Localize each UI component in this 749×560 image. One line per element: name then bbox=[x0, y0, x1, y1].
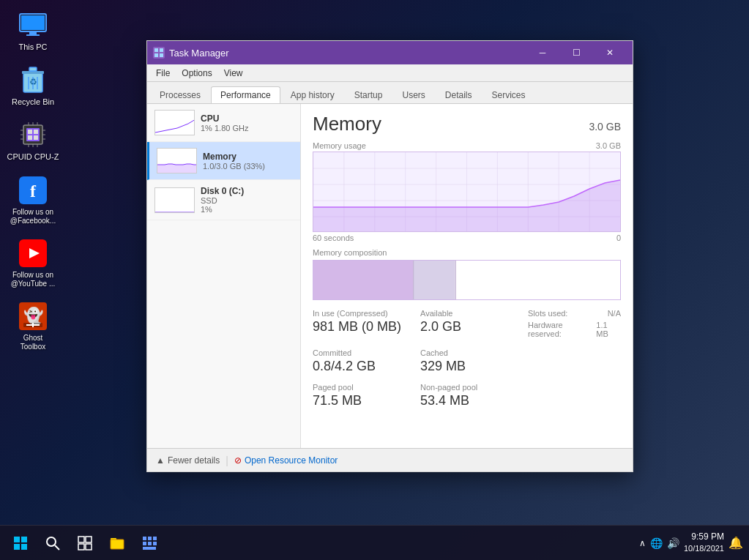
start-button[interactable] bbox=[6, 529, 35, 558]
open-resource-monitor-button[interactable]: ⊘ Open Resource Monitor bbox=[234, 455, 338, 466]
task-view-button[interactable] bbox=[70, 529, 100, 558]
ghost-toolbox-label: GhostToolbox bbox=[21, 334, 45, 351]
svg-rect-15 bbox=[28, 135, 32, 140]
available-label: Available bbox=[420, 309, 513, 318]
tab-bar: Processes Performance App history Startu… bbox=[147, 82, 633, 104]
svg-rect-40 bbox=[154, 53, 158, 57]
disk-detail1: SSD bbox=[201, 196, 293, 205]
usage-label: Memory usage bbox=[313, 141, 366, 150]
fewer-details-label: Fewer details bbox=[168, 455, 220, 466]
svg-rect-6 bbox=[29, 67, 37, 71]
taskbar-clock[interactable]: 9:59 PM 10/18/2021 bbox=[684, 531, 724, 554]
svg-rect-79 bbox=[143, 537, 146, 540]
desktop-icon-youtube[interactable]: Follow us on@YouTube ... bbox=[4, 236, 62, 291]
chart-time-label: 60 seconds 0 bbox=[313, 234, 621, 242]
tab-users[interactable]: Users bbox=[392, 86, 434, 103]
volume-icon[interactable]: 🔊 bbox=[667, 537, 679, 549]
svg-rect-62 bbox=[413, 261, 455, 300]
chart-label-row: Memory usage 3.0 GB bbox=[313, 141, 621, 150]
menu-options[interactable]: Options bbox=[176, 67, 217, 80]
memory-name: Memory bbox=[203, 152, 293, 162]
memory-detail: 1.0/3.0 GB (33%) bbox=[203, 162, 293, 171]
close-button[interactable]: ✕ bbox=[593, 41, 627, 64]
taskmanager-taskbar-button[interactable] bbox=[135, 529, 164, 558]
tab-services[interactable]: Services bbox=[482, 86, 535, 103]
minimize-button[interactable]: ─ bbox=[526, 41, 559, 64]
svg-text:👻: 👻 bbox=[23, 306, 44, 326]
memory-header: Memory 3.0 GB bbox=[313, 113, 621, 135]
notification-icon[interactable]: 🔔 bbox=[728, 536, 743, 550]
stats-grid: In use (Compressed) 981 MB (0 MB) Availa… bbox=[313, 309, 621, 408]
desktop-icon-this-pc[interactable]: This PC bbox=[4, 7, 62, 55]
svg-rect-84 bbox=[153, 542, 157, 545]
stat-paged-pool: Paged pool 71.5 MB bbox=[313, 383, 406, 408]
hardware-reserved-value: 1.1 MB bbox=[596, 321, 621, 338]
facebook-label: Follow us on@Facebook... bbox=[10, 208, 56, 225]
perf-item-disk[interactable]: Disk 0 (C:) SSD 1% bbox=[147, 180, 300, 220]
paged-pool-value: 71.5 MB bbox=[313, 393, 406, 408]
chevron-up-icon: ▲ bbox=[156, 455, 165, 466]
title-bar-text: Task Manager bbox=[169, 48, 229, 59]
svg-rect-2 bbox=[29, 31, 37, 34]
usage-max: 3.0 GB bbox=[596, 141, 621, 150]
svg-text:♻: ♻ bbox=[29, 77, 37, 87]
maximize-button[interactable]: ☐ bbox=[559, 41, 593, 64]
slots-used-value: N/A bbox=[608, 309, 621, 318]
taskbar-time: 9:59 PM bbox=[684, 531, 724, 543]
perf-item-cpu[interactable]: CPU 1% 1.80 GHz bbox=[147, 104, 300, 142]
chevron-up-icon-tray[interactable]: ∧ bbox=[639, 538, 646, 548]
available-value: 2.0 GB bbox=[420, 319, 513, 335]
desktop-icon-ghost-toolbox[interactable]: 👻 GhostToolbox bbox=[4, 299, 62, 354]
desktop-icon-facebook[interactable]: f Follow us on@Facebook... bbox=[4, 173, 62, 228]
tab-app-history[interactable]: App history bbox=[281, 86, 344, 103]
recycle-bin-label: Recycle Bin bbox=[12, 97, 54, 107]
title-bar-controls: ─ ☐ ✕ bbox=[526, 41, 627, 64]
tab-details[interactable]: Details bbox=[436, 86, 482, 103]
cpu-mini-chart bbox=[154, 110, 195, 135]
svg-rect-1 bbox=[21, 15, 45, 30]
in-use-label: In use (Compressed) bbox=[313, 309, 406, 318]
desktop-icons: This PC ♻ Recycle Bin bbox=[0, 0, 66, 362]
cached-value: 329 MB bbox=[420, 359, 513, 374]
network-icon[interactable]: 🌐 bbox=[650, 537, 663, 549]
svg-rect-66 bbox=[14, 537, 20, 542]
fewer-details-button[interactable]: ▲ Fewer details bbox=[156, 455, 220, 466]
desktop-icon-recycle-bin[interactable]: ♻ Recycle Bin bbox=[4, 62, 62, 110]
chart-time-end: 0 bbox=[616, 234, 621, 242]
non-paged-pool-label: Non-paged pool bbox=[420, 383, 513, 392]
svg-rect-38 bbox=[154, 48, 158, 52]
svg-rect-39 bbox=[160, 48, 163, 52]
chart-time-start: 60 seconds bbox=[313, 234, 354, 242]
disk-mini-chart bbox=[154, 187, 195, 213]
left-panel: CPU 1% 1.80 GHz Memory 1.0/3.0 GB (33%) bbox=[147, 104, 301, 448]
stat-available: Available 2.0 GB bbox=[420, 309, 513, 340]
svg-rect-61 bbox=[313, 261, 413, 300]
svg-rect-74 bbox=[78, 544, 84, 550]
svg-rect-68 bbox=[14, 544, 20, 550]
recycle-bin-icon: ♻ bbox=[18, 65, 48, 94]
perf-item-memory[interactable]: Memory 1.0/3.0 GB (33%) bbox=[147, 142, 300, 180]
file-explorer-button[interactable] bbox=[103, 529, 132, 558]
youtube-icon bbox=[18, 239, 48, 268]
committed-value: 0.8/4.2 GB bbox=[313, 359, 406, 374]
taskbar-right: ∧ 🌐 🔊 9:59 PM 10/18/2021 🔔 bbox=[639, 531, 743, 554]
menu-view[interactable]: View bbox=[218, 67, 249, 80]
footer: ▲ Fewer details | ⊘ Open Resource Monito… bbox=[147, 448, 633, 471]
task-manager-window: Task Manager ─ ☐ ✕ File Options View Pro… bbox=[146, 40, 633, 472]
svg-rect-82 bbox=[143, 542, 146, 545]
chart-section: Memory usage 3.0 GB bbox=[313, 141, 621, 242]
svg-rect-67 bbox=[21, 537, 27, 542]
svg-rect-83 bbox=[148, 542, 152, 545]
tab-startup[interactable]: Startup bbox=[345, 86, 392, 103]
svg-rect-14 bbox=[34, 130, 38, 134]
stat-committed: Committed 0.8/4.2 GB bbox=[313, 348, 406, 374]
search-button[interactable] bbox=[38, 529, 67, 558]
tab-processes[interactable]: Processes bbox=[150, 86, 210, 103]
paged-pool-label: Paged pool bbox=[313, 383, 406, 392]
menu-file[interactable]: File bbox=[150, 67, 176, 80]
stat-in-use: In use (Compressed) 981 MB (0 MB) bbox=[313, 309, 406, 340]
desktop-icon-cpuid[interactable]: CPUID CPU-Z bbox=[4, 117, 62, 165]
hardware-reserved-label: Hardware reserved: bbox=[528, 321, 596, 338]
tab-performance[interactable]: Performance bbox=[211, 86, 280, 103]
memory-total: 3.0 GB bbox=[589, 121, 621, 132]
